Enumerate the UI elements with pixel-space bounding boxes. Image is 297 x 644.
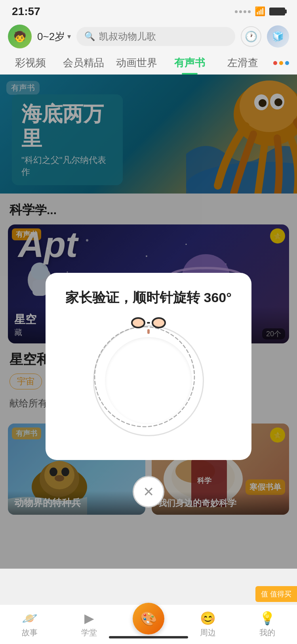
nav-center[interactable]: 🎨 — [119, 615, 178, 634]
age-selector[interactable]: 0~2岁 ▾ — [37, 30, 71, 44]
search-input[interactable] — [99, 31, 227, 42]
nav-periphery[interactable]: 😊 周边 — [178, 611, 238, 638]
wifi-icon: 📶 — [255, 6, 265, 17]
search-bar[interactable]: 🔍 — [76, 27, 235, 46]
modal-title: 家长验证，顺时针旋转 360° — [65, 289, 232, 307]
modal-overlay: 家长验证，顺时针旋转 360° — [0, 75, 297, 569]
header: 🧒 0~2岁 ▾ 🔍 🕐 🧊 — [0, 21, 297, 52]
watermark-icon: 值 — [261, 590, 268, 598]
nav-classroom[interactable]: ▶ 学堂 — [59, 611, 119, 638]
nav-mine[interactable]: 💡 我的 — [238, 611, 297, 638]
battery-icon — [269, 8, 285, 15]
center-button[interactable]: 🎨 — [133, 603, 164, 634]
periphery-icon: 😊 — [200, 611, 216, 626]
signal-icon — [235, 10, 251, 13]
left-glass — [131, 317, 145, 328]
face-nose — [147, 329, 150, 334]
tab-colorvideo[interactable]: 彩视频 — [4, 51, 57, 75]
status-time: 21:57 — [12, 5, 40, 18]
rotation-dial[interactable] — [89, 321, 208, 440]
watermark: 值 值得买 — [255, 586, 297, 602]
user-avatar[interactable]: 🧊 — [267, 25, 289, 48]
nav-story[interactable]: 🪐 故事 — [0, 611, 59, 638]
dial-center — [105, 337, 192, 424]
close-button[interactable]: ✕ — [133, 476, 164, 508]
main-content: 有声书 海底两万里 "科幻之父"凡尔纳代表作 — [0, 75, 297, 569]
tab-vip[interactable]: 会员精品 — [57, 51, 110, 75]
mine-icon: 💡 — [259, 611, 275, 626]
right-glass — [152, 317, 166, 328]
search-icon: 🔍 — [84, 31, 95, 42]
nav-tabs: 彩视频 会员精品 动画世界 有声书 左滑查 — [0, 52, 297, 75]
history-button[interactable]: 🕐 — [241, 26, 261, 47]
avatar[interactable]: 🧒 — [8, 25, 32, 48]
glass-bridge — [147, 322, 150, 324]
clock-icon: 🕐 — [245, 31, 257, 43]
tab-audiobook[interactable]: 有声书 — [163, 51, 216, 75]
story-icon: 🪐 — [22, 611, 38, 626]
tab-more[interactable]: 左滑查 — [216, 51, 269, 75]
home-bar — [109, 636, 188, 638]
classroom-icon: ▶ — [84, 611, 94, 626]
center-icon: 🎨 — [140, 611, 157, 627]
glasses-icon — [131, 317, 166, 328]
status-icons: 📶 — [235, 6, 285, 17]
face-icon — [131, 317, 166, 334]
parent-verify-modal: 家长验证，顺时针旋转 360° — [46, 273, 251, 460]
nav-dots — [269, 61, 293, 65]
chevron-down-icon: ▾ — [67, 32, 71, 41]
status-bar: 21:57 📶 — [0, 0, 297, 21]
tab-animation[interactable]: 动画世界 — [110, 51, 163, 75]
close-icon: ✕ — [143, 484, 154, 500]
